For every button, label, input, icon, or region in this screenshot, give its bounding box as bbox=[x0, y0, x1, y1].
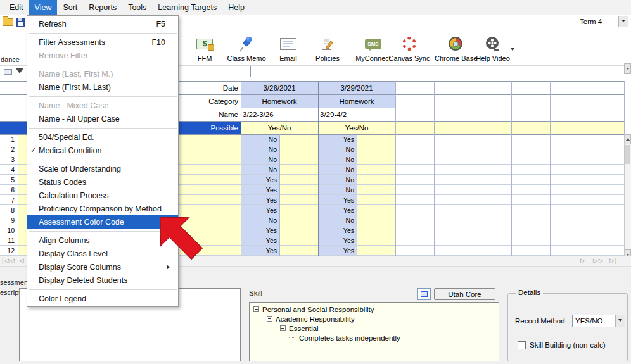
score-cell[interactable]: No bbox=[241, 154, 277, 165]
toolbar-button-chrome-base[interactable]: Chrome Base bbox=[435, 34, 476, 65]
score-cell[interactable]: Yes bbox=[318, 235, 354, 246]
score-cell[interactable]: No bbox=[318, 175, 354, 185]
toolbar-button-canvas-sync[interactable]: Canvas Sync bbox=[388, 34, 431, 65]
menu-tools[interactable]: Tools bbox=[122, 0, 152, 15]
menu-item-status-codes[interactable]: Status Codes bbox=[27, 175, 178, 189]
assessment1-category-cell[interactable]: Homework bbox=[241, 94, 318, 108]
menu-view[interactable]: View bbox=[29, 0, 58, 15]
score-cell[interactable]: Yes bbox=[241, 205, 277, 215]
menu-edit[interactable]: Edit bbox=[4, 0, 29, 15]
score-cell[interactable]: No bbox=[318, 144, 354, 154]
row-number[interactable]: 9 bbox=[0, 215, 18, 225]
nav-last-icon[interactable]: ▷| bbox=[609, 257, 617, 264]
tree-node[interactable]: Personal and Social Responsibility bbox=[250, 304, 499, 314]
menu-item-504-special-ed[interactable]: 504/Special Ed. bbox=[27, 130, 178, 144]
assessment2-possible-cell[interactable]: Yes/No bbox=[318, 121, 395, 134]
gridline bbox=[550, 81, 551, 256]
toolbar-button-label: Class Memo bbox=[226, 54, 267, 62]
assessment2-name-cell[interactable]: 3/29-4/2 bbox=[318, 108, 395, 121]
scrollbar-thumb[interactable] bbox=[625, 145, 630, 164]
menu-reports[interactable]: Reports bbox=[83, 0, 122, 15]
score-cell[interactable]: Yes bbox=[241, 246, 277, 256]
toolbar-button-ffm[interactable]: $ FFM bbox=[190, 34, 219, 65]
row-number[interactable]: 3 bbox=[0, 154, 18, 165]
nav-next-icon[interactable]: ▷ bbox=[580, 257, 586, 264]
score-cell[interactable]: No bbox=[241, 144, 277, 154]
score-cell[interactable]: Yes bbox=[241, 235, 277, 246]
term-selector[interactable]: Term 4 bbox=[577, 16, 628, 27]
open-folder-icon[interactable] bbox=[3, 18, 13, 26]
score-cell[interactable]: Yes bbox=[241, 225, 277, 235]
utah-core-button[interactable]: Utah Core bbox=[434, 288, 495, 300]
toolbar-overflow-caret-icon[interactable] bbox=[511, 46, 514, 54]
score-cell[interactable]: Yes bbox=[318, 134, 354, 144]
menu-item-proficiency-comparison[interactable]: Proficiency Comparison by Method bbox=[27, 202, 178, 215]
dropdown-icon[interactable] bbox=[615, 315, 625, 327]
score-cell[interactable]: Yes bbox=[318, 246, 354, 256]
score-cell[interactable]: No bbox=[318, 154, 354, 165]
dropdown-icon[interactable] bbox=[618, 16, 628, 27]
collapse-icon[interactable] bbox=[253, 306, 259, 312]
menu-item-medical-condition[interactable]: ✓ Medical Condition bbox=[27, 144, 178, 157]
tree-leaf[interactable]: Completes tasks independently bbox=[250, 333, 499, 342]
menu-item-name-all-upper-case[interactable]: Name - All Upper Case bbox=[27, 112, 178, 125]
tree-node[interactable]: Academic Responsibility bbox=[250, 314, 499, 323]
layout-grid-icon[interactable] bbox=[4, 69, 12, 75]
row-number[interactable]: 6 bbox=[0, 185, 18, 195]
menu-item-display-score-columns[interactable]: Display Score Columns bbox=[27, 260, 178, 273]
score-cell[interactable]: Yes bbox=[241, 175, 277, 185]
row-number[interactable]: 5 bbox=[0, 175, 18, 185]
row-number[interactable]: 11 bbox=[0, 235, 18, 246]
assessment2-category-cell[interactable]: Homework bbox=[318, 94, 395, 108]
score-cell[interactable]: No bbox=[318, 165, 354, 175]
scroll-up-button[interactable] bbox=[625, 134, 631, 144]
score-cell[interactable]: Yes bbox=[241, 185, 277, 195]
assessment1-date-cell[interactable]: 3/26/2021 bbox=[241, 81, 318, 94]
toolbar-button-help-video[interactable]: Help Video bbox=[475, 34, 511, 65]
score-cell[interactable]: No bbox=[241, 165, 277, 175]
menu-item-calculation-process[interactable]: Calculation Process bbox=[27, 189, 178, 202]
toolbar-button-email[interactable]: Email bbox=[274, 34, 303, 65]
row-number[interactable]: 2 bbox=[0, 144, 18, 154]
nav-first-icon[interactable]: |◁◁ bbox=[2, 257, 15, 264]
score-cell[interactable]: No bbox=[318, 215, 354, 225]
column-dropdown-button[interactable] bbox=[624, 63, 631, 74]
collapse-icon[interactable] bbox=[280, 325, 286, 331]
save-icon[interactable] bbox=[16, 18, 25, 27]
score-cell[interactable]: Yes bbox=[241, 195, 277, 205]
menu-item-color-legend[interactable]: Color Legend bbox=[27, 292, 178, 305]
toolbar-button-policies[interactable]: Policies bbox=[312, 34, 343, 65]
score-cell[interactable]: No bbox=[241, 134, 277, 144]
record-method-select[interactable]: YES/NO bbox=[572, 315, 625, 327]
filter-funnel-icon[interactable] bbox=[16, 68, 23, 77]
collapse-icon[interactable] bbox=[267, 316, 272, 322]
row-number[interactable]: 12 bbox=[0, 246, 18, 256]
score-cell[interactable]: Yes bbox=[318, 205, 354, 215]
row-number[interactable]: 10 bbox=[0, 225, 18, 235]
menu-item-scale-of-understanding[interactable]: Scale of Understanding bbox=[27, 162, 178, 175]
skill-building-checkbox[interactable] bbox=[518, 341, 526, 349]
score-cell[interactable]: No bbox=[241, 215, 277, 225]
assessment2-date-cell[interactable]: 3/29/2021 bbox=[318, 81, 395, 94]
skill-expand-button[interactable] bbox=[417, 288, 431, 300]
score-cell[interactable]: No bbox=[318, 185, 354, 195]
row-number[interactable]: 7 bbox=[0, 195, 18, 205]
menu-help[interactable]: Help bbox=[222, 0, 250, 15]
row-number[interactable]: 8 bbox=[0, 205, 18, 215]
menu-learning-targets[interactable]: Learning Targets bbox=[152, 0, 222, 15]
assessment1-possible-cell[interactable]: Yes/No bbox=[241, 121, 318, 134]
menu-item-name-first-last[interactable]: Name (First M. Last) bbox=[27, 80, 178, 94]
toolbar-button-class-memo[interactable]: Class Memo bbox=[226, 34, 267, 65]
assessment1-name-cell[interactable]: 3/22-3/26 bbox=[241, 108, 318, 121]
score-cell[interactable]: Yes bbox=[318, 195, 354, 205]
menu-item-refresh[interactable]: Refresh F5 bbox=[27, 17, 178, 30]
nav-prev-icon[interactable]: ◁ bbox=[19, 257, 25, 264]
row-number[interactable]: 4 bbox=[0, 165, 18, 175]
menu-item-display-deleted-students[interactable]: Display Deleted Students bbox=[27, 273, 178, 287]
score-cell[interactable]: Yes bbox=[318, 225, 354, 235]
menu-item-filter-assessments[interactable]: Filter Assessments F10 bbox=[27, 35, 178, 49]
menu-sort[interactable]: Sort bbox=[57, 0, 83, 15]
row-number[interactable]: 1 bbox=[0, 134, 18, 144]
tree-node[interactable]: Essential bbox=[250, 323, 499, 333]
nav-next-group-icon[interactable]: ▷▷ bbox=[593, 257, 604, 264]
